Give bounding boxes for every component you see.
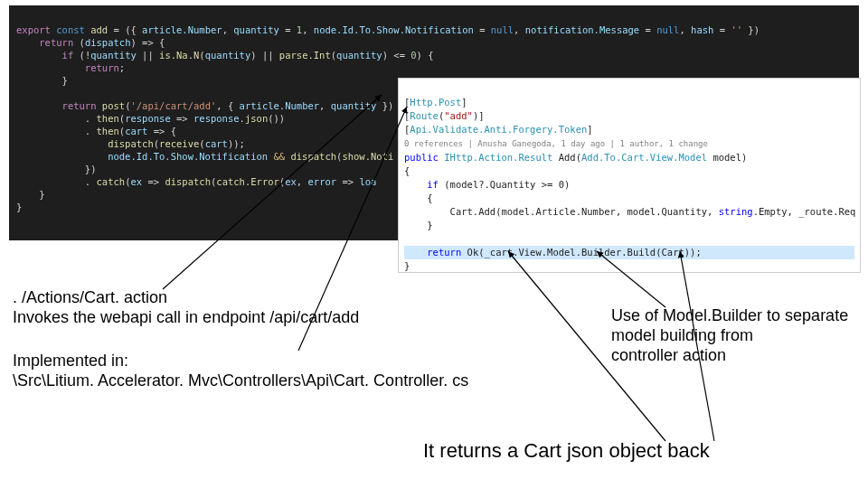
annotation-right-line2: model building from bbox=[611, 325, 864, 345]
annotation-right-line1: Use of Model.Builder to separate bbox=[611, 305, 864, 325]
annotation-impl-line2: \Src\Litium. Accelerator. Mvc\Controller… bbox=[13, 371, 591, 390]
annotation-right-line3: controller action bbox=[611, 345, 864, 365]
annotation-left: . /Actions/Cart. action Invokes the weba… bbox=[13, 287, 591, 327]
annotation-implemented: Implemented in: \Src\Litium. Accelerator… bbox=[13, 351, 591, 390]
annotation-impl-line1: Implemented in: bbox=[13, 351, 591, 371]
annotation-right: Use of Model.Builder to separate model b… bbox=[611, 305, 864, 365]
annotation-left-line1: . /Actions/Cart. action bbox=[13, 287, 591, 307]
annotation-bottom: It returns a Cart json object back bbox=[423, 441, 710, 461]
annotation-left-line2: Invokes the webapi call in endpoint /api… bbox=[13, 307, 591, 327]
csharp-code-block: [Http.Post] [Route("add")] [Api.Validate… bbox=[398, 78, 861, 273]
